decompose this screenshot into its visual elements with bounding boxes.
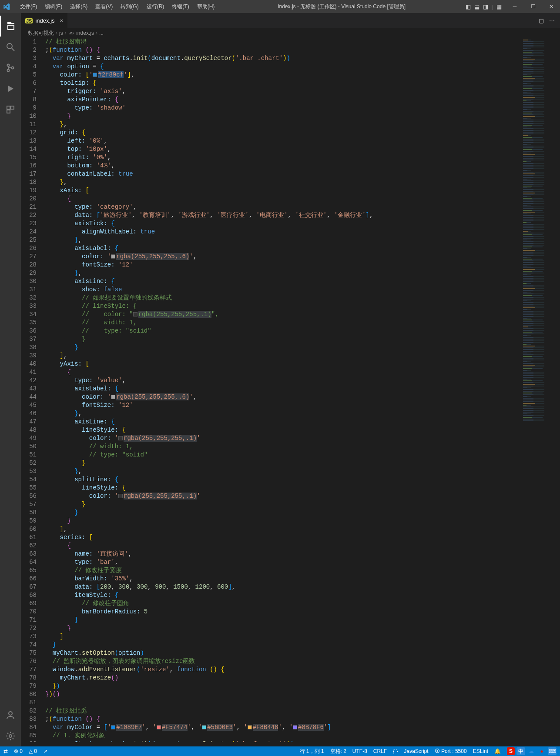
search-icon[interactable] bbox=[0, 37, 21, 57]
menu-item[interactable]: 转到(G) bbox=[117, 1, 142, 12]
tab-close-icon[interactable]: × bbox=[60, 17, 64, 24]
settings-gear-icon[interactable] bbox=[0, 726, 21, 746]
source-control-icon[interactable] bbox=[0, 57, 21, 78]
remote-icon[interactable]: ⇄ bbox=[3, 748, 8, 754]
panel-left-icon[interactable]: ◧ bbox=[466, 3, 471, 10]
ime-mic-icon[interactable]: ● bbox=[537, 747, 546, 755]
menu-bar[interactable]: 文件(F)编辑(E)选择(S)查看(V)转到(G)运行(R)终端(T)帮助(H) bbox=[13, 1, 218, 12]
menu-item[interactable]: 终端(T) bbox=[168, 1, 192, 12]
breadcrumbs[interactable]: 数据可视化 › js › JS index.js › ... bbox=[21, 28, 560, 38]
status-encoding[interactable]: UTF-8 bbox=[352, 748, 367, 754]
ime-cloud-icon[interactable]: ☁ bbox=[527, 747, 536, 755]
svg-point-2 bbox=[7, 64, 10, 67]
status-warnings[interactable]: △ 0 bbox=[29, 748, 37, 754]
code-editor[interactable]: 1234567891011121314151617181920212223242… bbox=[21, 38, 521, 742]
activity-bar bbox=[0, 13, 21, 746]
menu-item[interactable]: 运行(R) bbox=[143, 1, 168, 12]
svg-point-8 bbox=[9, 712, 12, 715]
status-ln-col[interactable]: 行 1，列 1 bbox=[300, 748, 324, 755]
run-debug-icon[interactable] bbox=[0, 78, 21, 99]
svg-rect-6 bbox=[11, 106, 14, 109]
menu-item[interactable]: 选择(S) bbox=[67, 1, 91, 12]
breadcrumb-seg[interactable]: ... bbox=[99, 30, 104, 36]
more-actions-icon[interactable]: ⋯ bbox=[549, 17, 555, 24]
tab-index-js[interactable]: JS index.js × bbox=[21, 13, 67, 28]
horizontal-scrollbar[interactable] bbox=[21, 742, 560, 746]
breadcrumb-seg[interactable]: 数据可视化 bbox=[28, 30, 54, 37]
tab-label: index.js bbox=[35, 17, 54, 24]
status-bell-icon[interactable]: 🔔 bbox=[494, 748, 501, 754]
menu-item[interactable]: 帮助(H) bbox=[194, 1, 218, 12]
svg-point-3 bbox=[7, 70, 10, 72]
svg-rect-7 bbox=[7, 110, 10, 113]
status-lang-icon: { } bbox=[393, 748, 398, 754]
ime-logo-icon[interactable]: S bbox=[507, 747, 515, 755]
titlebar: 文件(F)编辑(E)选择(S)查看(V)转到(G)运行(R)终端(T)帮助(H)… bbox=[0, 0, 560, 13]
explorer-icon[interactable] bbox=[0, 16, 21, 37]
extensions-icon[interactable] bbox=[0, 99, 21, 120]
system-tray: S 中 ☁ ● ⌨ bbox=[507, 747, 557, 755]
status-errors[interactable]: ⊗ 0 bbox=[14, 748, 23, 754]
status-eol[interactable]: CRLF bbox=[373, 748, 387, 754]
svg-point-0 bbox=[7, 43, 12, 49]
status-port-forward-icon[interactable]: ↗ bbox=[43, 748, 47, 754]
javascript-file-icon: JS bbox=[68, 31, 75, 35]
svg-point-9 bbox=[9, 735, 12, 737]
minimap[interactable] bbox=[521, 38, 560, 742]
layout-controls[interactable]: ◧ ⬓ ◨ | ▦ bbox=[466, 3, 506, 10]
status-live-server[interactable]: ⦿ Port : 5500 bbox=[435, 748, 467, 754]
split-editor-icon[interactable]: ▢ bbox=[539, 17, 544, 24]
layout-icon[interactable]: ▦ bbox=[496, 3, 502, 10]
editor-tabs: JS index.js × ▢ ⋯ bbox=[21, 13, 560, 28]
svg-rect-5 bbox=[7, 106, 10, 109]
status-eslint[interactable]: ESLint bbox=[473, 748, 488, 754]
window-title: index.js - 无标题 (工作区) - Visual Studio Cod… bbox=[218, 3, 465, 10]
svg-point-4 bbox=[12, 67, 14, 69]
status-bar: ⇄ ⊗ 0 △ 0 ↗ 行 1，列 1 空格: 2 UTF-8 CRLF { }… bbox=[0, 746, 560, 756]
breadcrumb-seg[interactable]: index.js bbox=[76, 30, 94, 36]
status-spaces[interactable]: 空格: 2 bbox=[330, 748, 346, 755]
vscode-logo-icon bbox=[0, 3, 13, 10]
account-icon[interactable] bbox=[0, 705, 21, 726]
panel-bottom-icon[interactable]: ⬓ bbox=[474, 3, 480, 10]
menu-item[interactable]: 编辑(E) bbox=[41, 1, 66, 12]
panel-right-icon[interactable]: ◨ bbox=[483, 3, 488, 10]
editor-group: JS index.js × ▢ ⋯ 数据可视化 › js › JS index.… bbox=[21, 13, 560, 746]
ime-keyboard-icon[interactable]: ⌨ bbox=[548, 747, 557, 755]
close-button[interactable]: ✕ bbox=[543, 3, 560, 10]
maximize-button[interactable]: ☐ bbox=[524, 3, 542, 10]
ime-mode-icon[interactable]: 中 bbox=[516, 747, 525, 755]
breadcrumb-seg[interactable]: js bbox=[59, 30, 63, 36]
minimize-button[interactable]: ─ bbox=[506, 3, 523, 10]
menu-item[interactable]: 查看(V) bbox=[92, 1, 116, 12]
svg-line-1 bbox=[12, 48, 14, 51]
menu-item[interactable]: 文件(F) bbox=[17, 1, 40, 12]
status-language[interactable]: JavaScript bbox=[404, 748, 429, 754]
javascript-file-icon: JS bbox=[25, 18, 33, 23]
window-controls[interactable]: ─ ☐ ✕ bbox=[506, 3, 560, 10]
